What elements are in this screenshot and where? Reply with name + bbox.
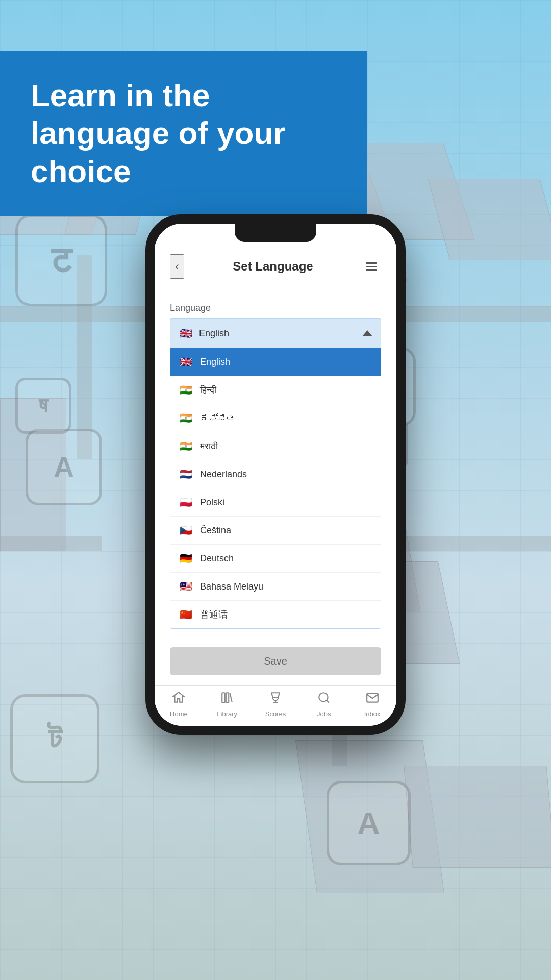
dropdown-arrow-icon xyxy=(362,330,372,336)
nav-item-inbox[interactable]: Inbox xyxy=(348,691,396,718)
bottom-nav: Home Library xyxy=(155,685,396,726)
scores-icon xyxy=(269,691,282,708)
header-title: Learn in the language of your choice xyxy=(31,77,337,190)
svg-rect-0 xyxy=(222,693,224,703)
app-bar-title: Set Language xyxy=(233,259,313,274)
menu-line-3 xyxy=(366,270,377,271)
phone-screen: ‹ Set Language Language 🇬🇧 English xyxy=(155,224,396,726)
header-banner: Learn in the language of your choice xyxy=(0,51,367,216)
flag-dutch: 🇳🇱 xyxy=(179,467,193,481)
nav-label-library: Library xyxy=(217,710,237,718)
svg-line-3 xyxy=(327,700,329,703)
home-icon xyxy=(172,691,185,708)
language-option-polish[interactable]: 🇵🇱 Polski xyxy=(170,488,381,517)
flag-kannada: 🇮🇳 xyxy=(179,411,193,425)
language-option-kannada[interactable]: 🇮🇳 ಕನ್ನಡ xyxy=(170,404,381,432)
flag-malay: 🇲🇾 xyxy=(179,579,193,594)
menu-line-1 xyxy=(366,262,377,264)
flag-hindi: 🇮🇳 xyxy=(179,383,193,397)
dropdown-trigger-left: 🇬🇧 English xyxy=(179,326,229,340)
label-german: Deutsch xyxy=(200,553,234,564)
save-button-container: Save xyxy=(155,637,396,685)
flag-czech: 🇨🇿 xyxy=(179,523,193,537)
language-option-chinese[interactable]: 🇨🇳 普通话 xyxy=(170,601,381,628)
nav-item-jobs[interactable]: Jobs xyxy=(299,691,348,718)
decoration-bubble-2: A xyxy=(26,429,102,505)
menu-line-2 xyxy=(366,266,377,267)
flag-marathi: 🇮🇳 xyxy=(179,439,193,453)
label-dutch: Nederlands xyxy=(200,469,247,480)
language-option-english[interactable]: 🇬🇧 English xyxy=(170,348,381,376)
language-option-dutch[interactable]: 🇳🇱 Nederlands xyxy=(170,460,381,488)
content-area: Language 🇬🇧 English 🇬🇧 English xyxy=(155,287,396,637)
language-option-czech[interactable]: 🇨🇿 Čeština xyxy=(170,517,381,545)
label-chinese: 普通话 xyxy=(200,608,228,621)
library-icon xyxy=(220,691,234,708)
back-button[interactable]: ‹ xyxy=(170,254,184,279)
nav-label-home: Home xyxy=(170,710,188,718)
language-option-malay[interactable]: 🇲🇾 Bahasa Melayu xyxy=(170,573,381,601)
language-option-hindi[interactable]: 🇮🇳 हिन्दी xyxy=(170,376,381,404)
flag-polish: 🇵🇱 xyxy=(179,495,193,509)
phone-notch xyxy=(235,224,316,242)
decoration-bubble-7: ট xyxy=(10,694,99,783)
label-marathi: मराठी xyxy=(200,441,218,452)
nav-label-scores: Scores xyxy=(265,710,286,718)
nav-item-scores[interactable]: Scores xyxy=(252,691,300,718)
flag-chinese: 🇨🇳 xyxy=(179,607,193,622)
label-kannada: ಕನ್ನಡ xyxy=(200,413,235,424)
phone-mockup: ‹ Set Language Language 🇬🇧 English xyxy=(145,214,406,735)
inbox-icon xyxy=(366,691,379,708)
jobs-icon xyxy=(317,691,331,708)
decoration-bubble-8: A xyxy=(327,781,411,865)
language-label: Language xyxy=(170,303,381,313)
label-czech: Čeština xyxy=(200,525,231,536)
decoration-bubble-3: ष xyxy=(15,378,71,434)
nav-label-inbox: Inbox xyxy=(364,710,381,718)
label-polish: Polski xyxy=(200,497,224,508)
svg-point-2 xyxy=(319,693,328,701)
nav-item-library[interactable]: Library xyxy=(203,691,252,718)
save-button[interactable]: Save xyxy=(170,647,381,675)
menu-button[interactable] xyxy=(362,258,381,275)
label-english: English xyxy=(200,357,230,368)
label-hindi: हिन्दी xyxy=(200,385,216,396)
svg-rect-1 xyxy=(226,693,229,703)
language-dropdown-trigger[interactable]: 🇬🇧 English xyxy=(170,318,381,348)
selected-flag-icon: 🇬🇧 xyxy=(179,326,193,340)
selected-language-text: English xyxy=(199,328,229,339)
flag-english: 🇬🇧 xyxy=(179,355,193,369)
language-dropdown-list: 🇬🇧 English 🇮🇳 हिन्दी 🇮🇳 ಕನ್ನಡ 🇮🇳 मराठी xyxy=(170,348,381,629)
nav-item-home[interactable]: Home xyxy=(155,691,203,718)
nav-label-jobs: Jobs xyxy=(317,710,331,718)
decoration-bubble-1: ट xyxy=(15,214,107,306)
flag-german: 🇩🇪 xyxy=(179,551,193,566)
label-malay: Bahasa Melayu xyxy=(200,581,263,592)
phone-outer: ‹ Set Language Language 🇬🇧 English xyxy=(145,214,406,735)
language-option-german[interactable]: 🇩🇪 Deutsch xyxy=(170,545,381,573)
language-option-marathi[interactable]: 🇮🇳 मराठी xyxy=(170,432,381,460)
